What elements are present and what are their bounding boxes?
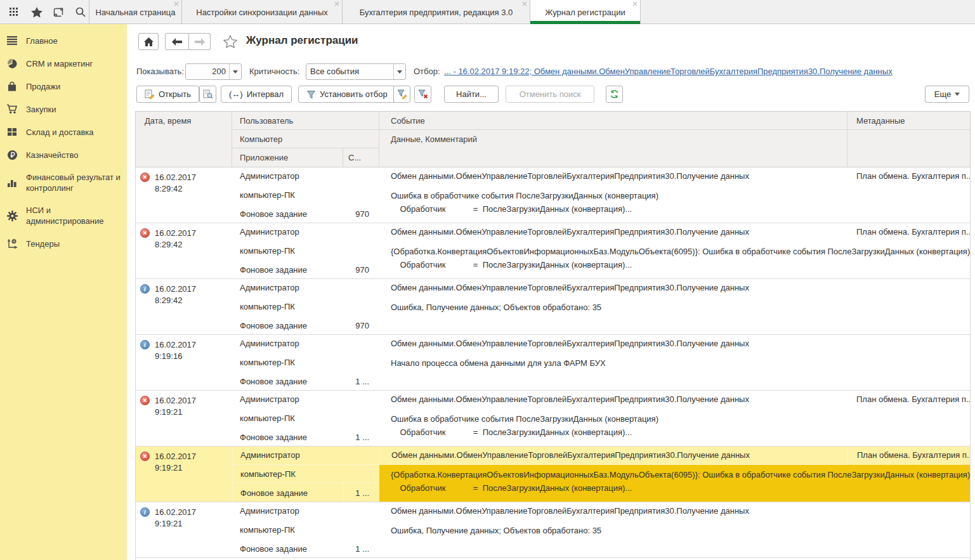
- cell-data-comment: {Обработка.КонвертацияОбъектовИнформацио…: [379, 242, 970, 278]
- app-tab[interactable]: Журнал регистрации: [530, 0, 641, 24]
- column-header-computer[interactable]: Компьютер: [232, 130, 379, 148]
- set-filter-button[interactable]: Установить отбор: [298, 86, 396, 103]
- log-table-row[interactable]: 16.02.2017 8:29:42 Администратор компьют…: [136, 279, 970, 335]
- sidebar-item-pie-chart[interactable]: CRM и маркетинг: [0, 52, 127, 75]
- cell-metadata: План обмена. Бухгалтерия п...: [847, 446, 970, 465]
- log-table-row[interactable]: 16.02.2017 9:19:21 Администратор компьют…: [136, 502, 970, 558]
- tab-close-icon[interactable]: [334, 1, 339, 6]
- cell-user: Администратор: [232, 502, 379, 521]
- column-header-user[interactable]: Пользователь: [232, 112, 379, 130]
- sidebar-item-gear[interactable]: НСИ и администрирование: [0, 199, 127, 232]
- row-date: 16.02.2017: [155, 283, 232, 295]
- criticality-label: Критичность:: [249, 67, 299, 76]
- cell-user: Администратор: [232, 167, 379, 186]
- cancel-search-button[interactable]: Отменить поиск: [506, 86, 594, 103]
- bar-chart-icon: [6, 177, 18, 188]
- cart-icon: [6, 103, 18, 115]
- forward-button[interactable]: [189, 33, 211, 50]
- sidebar-item-menu[interactable]: Главное: [0, 29, 127, 52]
- data-comment-line1: Ошибка в обработчике события ПослеЗагруз…: [391, 189, 970, 202]
- tab-close-icon[interactable]: [522, 1, 527, 6]
- tab-label: Начальная страница: [96, 8, 176, 17]
- column-header-metadata[interactable]: Метаданные: [847, 112, 970, 130]
- back-button[interactable]: [165, 33, 189, 50]
- cell-session: 970: [343, 204, 379, 223]
- column-header-datetime[interactable]: Дата, время: [136, 112, 232, 167]
- cell-datetime: 16.02.2017 9:19:21: [136, 391, 232, 446]
- main-area: Журнал регистрации Показывать: 200 Крити…: [127, 24, 975, 560]
- interval-button[interactable]: (↔) Интервал: [221, 86, 292, 103]
- log-table-row[interactable]: 16.02.2017 9:19:21 Администратор компьют…: [136, 446, 970, 502]
- open-button[interactable]: Открыть: [136, 86, 199, 103]
- column-header-event[interactable]: Событие: [379, 112, 847, 130]
- show-count-dropdown-icon[interactable]: [229, 64, 241, 79]
- clear-filter-button[interactable]: [414, 86, 431, 103]
- cell-datetime: 16.02.2017 9:19:21: [136, 446, 232, 502]
- find-button[interactable]: Найти...: [444, 86, 499, 103]
- cell-user: Администратор: [232, 223, 379, 242]
- column-header-data-comment[interactable]: Данные, Комментарий: [379, 130, 847, 167]
- cell-data-comment: Ошибка в обработчике события ПослеЗагруз…: [379, 186, 970, 223]
- error-status-icon: [140, 228, 150, 238]
- interval-button-label: Интервал: [247, 89, 284, 99]
- cell-metadata: [847, 335, 970, 353]
- column-header-session[interactable]: С...: [343, 148, 379, 167]
- show-count-input[interactable]: 200: [185, 63, 242, 80]
- log-table-row[interactable]: 16.02.2017 9:19:21 Администратор компьют…: [136, 391, 970, 446]
- home-button[interactable]: [138, 33, 159, 50]
- gear-icon: [6, 210, 18, 221]
- sidebar-item-label: Казначейство: [26, 150, 78, 160]
- favorites-star-icon[interactable]: [30, 5, 44, 19]
- cell-computer: компьютер-ПК: [232, 186, 379, 204]
- tab-close-icon[interactable]: [174, 1, 179, 6]
- column-header-application[interactable]: Приложение: [232, 148, 343, 167]
- criticality-select[interactable]: Все события: [306, 63, 406, 80]
- row-date: 16.02.2017: [155, 507, 232, 518]
- sidebar-item-boxes[interactable]: Склад и доставка: [0, 120, 127, 143]
- cell-data-comment: {Обработка.КонвертацияОбъектовИнформацио…: [379, 465, 970, 502]
- cell-metadata: План обмена. Бухгалтерия п...: [847, 167, 970, 186]
- page-title: Журнал регистрации: [246, 34, 358, 47]
- sidebar-item-cart[interactable]: Закупки: [0, 98, 127, 120]
- cell-computer: компьютер-ПК: [232, 465, 379, 483]
- table-body: 16.02.2017 8:29:42 Администратор компьют…: [135, 167, 971, 560]
- sidebar-item-ruble[interactable]: Казначейство: [0, 143, 127, 166]
- toolbar: Открыть (↔) Интервал Установить отбор: [127, 86, 975, 105]
- tab-close-icon[interactable]: [632, 1, 638, 6]
- data-comment-line2: Обработчик = ПослеЗагрузкиДанных (конвер…: [391, 258, 970, 271]
- log-table-row[interactable]: 16.02.2017 8:29:42 Администратор компьют…: [136, 223, 970, 279]
- global-search-icon[interactable]: [74, 5, 88, 19]
- sidebar-item-tender-chart[interactable]: Тендеры: [0, 232, 127, 255]
- log-table-row[interactable]: 16.02.2017 9:19:16 Администратор компьют…: [136, 335, 970, 391]
- set-filter-button-label: Установить отбор: [320, 89, 388, 99]
- section-sidebar: Главное CRM и маркетинг Продажи Закупки …: [0, 24, 127, 560]
- criticality-dropdown-icon[interactable]: [393, 64, 405, 79]
- funnel-clear-icon: [418, 89, 428, 99]
- app-tab[interactable]: Настройки синхронизации данных: [182, 0, 343, 24]
- cell-event: Обмен данными.ОбменУправлениеТорговлейБу…: [379, 335, 847, 353]
- data-comment-line2: Обработчик = ПослеЗагрузкиДанных (конвер…: [391, 426, 970, 439]
- selection-filter-link[interactable]: ... - 16.02.2017 9:19:22; Обмен данными.…: [444, 67, 893, 76]
- app-tab[interactable]: Бухгалтерия предприятия, редакция 3.0: [343, 0, 530, 24]
- event-log-table: Дата, время Пользователь Компьютер Прило…: [135, 111, 971, 560]
- favorite-star-icon[interactable]: [223, 35, 237, 49]
- row-date: 16.02.2017: [155, 451, 232, 462]
- ruble-icon: [6, 149, 18, 160]
- history-icon[interactable]: [51, 5, 65, 19]
- cell-computer: компьютер-ПК: [232, 353, 379, 372]
- filter-row: Показывать: 200 Критичность: Все события…: [127, 63, 975, 81]
- row-date: 16.02.2017: [155, 339, 232, 351]
- view-data-button[interactable]: [199, 86, 216, 103]
- more-button-label: Еще: [934, 89, 951, 99]
- edit-filter-button[interactable]: [393, 86, 410, 103]
- sidebar-item-bag[interactable]: Продажи: [0, 75, 127, 98]
- apps-menu-icon[interactable]: [8, 5, 22, 19]
- refresh-button[interactable]: [606, 86, 623, 103]
- row-time: 8:29:42: [155, 239, 232, 251]
- sidebar-item-bar-chart[interactable]: Финансовый результат и контроллинг: [0, 166, 127, 199]
- show-count-value: 200: [186, 64, 229, 79]
- more-button[interactable]: Еще: [925, 86, 969, 103]
- log-table-row[interactable]: 16.02.2017 8:29:42 Администратор компьют…: [136, 167, 970, 223]
- cell-user: Администратор: [232, 279, 379, 297]
- app-tab[interactable]: Начальная страница: [89, 0, 182, 24]
